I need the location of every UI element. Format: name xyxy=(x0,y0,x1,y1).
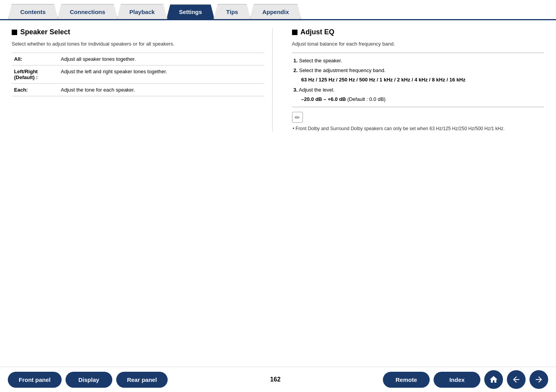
step-2: 2. Select the adjustment frequency band.… xyxy=(292,67,545,84)
row-label: Each: xyxy=(12,83,58,96)
bottom-left-buttons: Front panel Display Rear panel xyxy=(8,372,168,388)
back-icon xyxy=(512,375,521,384)
freq-band: 63 Hz / 125 Hz / 250 Hz / 500 Hz / 1 kHz… xyxy=(301,76,545,84)
left-column: Speaker Select Select whether to adjust … xyxy=(12,28,273,132)
tab-settings[interactable]: Settings xyxy=(166,4,214,19)
back-button[interactable] xyxy=(507,370,526,389)
rear-panel-button[interactable]: Rear panel xyxy=(116,372,168,388)
steps-list: 1. Select the speaker. 2. Select the adj… xyxy=(292,57,545,103)
table-row: Left/Right (Default) : Adjust the left a… xyxy=(12,65,264,83)
speaker-select-desc: Select whether to adjust tones for indiv… xyxy=(12,40,264,48)
nav-tabs: Contents Connections Playback Settings T… xyxy=(0,4,556,20)
front-panel-button[interactable]: Front panel xyxy=(8,372,62,388)
display-button[interactable]: Display xyxy=(66,372,112,388)
home-button[interactable] xyxy=(484,370,503,389)
remote-button[interactable]: Remote xyxy=(383,372,430,388)
note-icon: ✏ xyxy=(292,112,303,123)
divider xyxy=(292,53,545,53)
index-button[interactable]: Index xyxy=(434,372,480,388)
forward-icon xyxy=(534,375,544,384)
tab-appendix[interactable]: Appendix xyxy=(250,4,301,19)
section-icon xyxy=(292,30,297,35)
main-content: Speaker Select Select whether to adjust … xyxy=(0,20,556,140)
step-1: 1. Select the speaker. xyxy=(292,57,545,65)
row-value: Adjust the tone for each speaker. xyxy=(58,83,264,96)
speaker-select-title: Speaker Select xyxy=(12,28,264,36)
row-value: Adjust all speaker tones together. xyxy=(58,53,264,65)
adjust-eq-desc: Adjust tonal balance for each frequency … xyxy=(292,40,545,48)
row-value: Adjust the left and right speaker tones … xyxy=(58,65,264,83)
row-label: All: xyxy=(12,53,58,65)
adjust-eq-title: Adjust EQ xyxy=(292,28,545,36)
level-range: –20.0 dB – +6.0 dB (Default : 0.0 dB) xyxy=(301,95,545,103)
section-icon xyxy=(12,30,17,35)
home-icon xyxy=(489,375,498,384)
tab-connections[interactable]: Connections xyxy=(57,4,118,19)
step-3: 3. Adjust the level. –20.0 dB – +6.0 dB … xyxy=(292,86,545,103)
table-row: All: Adjust all speaker tones together. xyxy=(12,53,264,65)
note-text: Front Dolby and Surround Dolby speakers … xyxy=(292,125,545,132)
right-column: Adjust EQ Adjust tonal balance for each … xyxy=(288,28,545,132)
speaker-select-table: All: Adjust all speaker tones together. … xyxy=(12,53,264,96)
forward-button[interactable] xyxy=(529,370,548,389)
bottom-right-buttons: Remote Index xyxy=(383,370,548,389)
tab-tips[interactable]: Tips xyxy=(214,4,251,19)
tab-contents[interactable]: Contents xyxy=(8,4,58,19)
bottom-bar: Front panel Display Rear panel 162 Remot… xyxy=(0,367,556,392)
divider-2 xyxy=(292,107,545,107)
tab-playback[interactable]: Playback xyxy=(117,4,167,19)
row-label: Left/Right (Default) : xyxy=(12,65,58,83)
note-box: ✏ Front Dolby and Surround Dolby speaker… xyxy=(292,112,545,132)
table-row: Each: Adjust the tone for each speaker. xyxy=(12,83,264,96)
page-number: 162 xyxy=(270,376,281,383)
